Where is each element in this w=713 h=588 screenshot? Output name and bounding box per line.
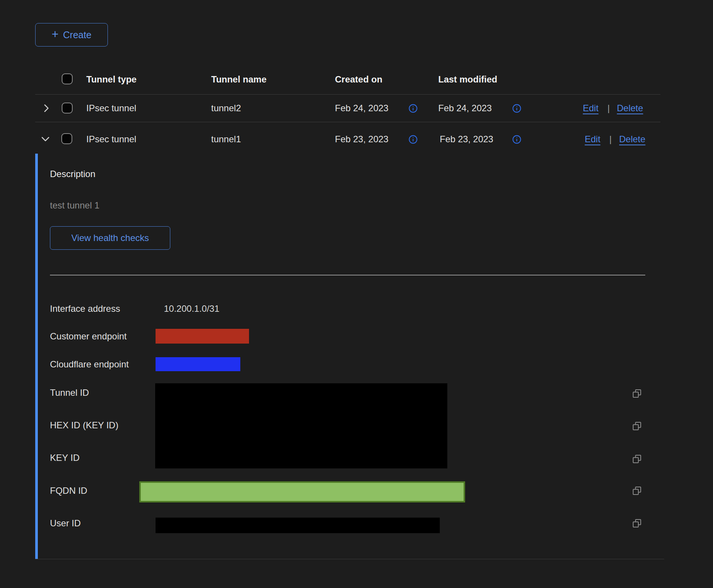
expanded-row-accent-bar [35, 154, 38, 559]
field-label: Cloudflare endpoint [50, 359, 129, 370]
description-label: Description [50, 169, 95, 179]
row-divider [35, 122, 660, 122]
tunnel-name-cell: tunnel2 [211, 103, 241, 114]
created-on-cell: Feb 23, 2023 [335, 134, 388, 145]
chevron-down-icon [40, 133, 51, 145]
table-row-collapse-toggle[interactable] [40, 133, 51, 146]
copy-key-id-button[interactable] [631, 453, 643, 466]
tunnels-page: + Create Tunnel type Tunnel name Created… [0, 0, 713, 588]
fqdn-id-redacted-value [139, 481, 465, 502]
copy-icon [631, 518, 643, 529]
column-header-tunnel-name: Tunnel name [211, 74, 266, 85]
info-icon [512, 103, 522, 114]
copy-hex-id-button[interactable] [631, 420, 643, 433]
tunnel-type-cell: IPsec tunnel [86, 103, 136, 114]
field-label: FQDN ID [50, 485, 87, 496]
column-header-tunnel-type: Tunnel type [86, 74, 137, 85]
create-button-label: Create [63, 30, 92, 40]
column-header-created-on: Created on [335, 74, 382, 85]
header-divider [35, 94, 660, 95]
copy-icon [631, 388, 643, 399]
created-on-cell: Feb 24, 2023 [335, 103, 388, 114]
edit-link[interactable]: Edit [585, 134, 600, 145]
field-label: Interface address [50, 303, 120, 314]
chevron-right-icon [40, 103, 52, 114]
table-row-expand-toggle[interactable] [40, 103, 52, 115]
copy-user-id-button[interactable] [631, 518, 643, 530]
copy-icon [631, 485, 643, 496]
field-label: User ID [50, 518, 81, 529]
description-value: test tunnel 1 [50, 200, 100, 211]
last-modified-info[interactable] [512, 134, 522, 146]
copy-fqdn-id-button[interactable] [631, 485, 643, 498]
action-separator: | [607, 103, 610, 114]
delete-link[interactable]: Delete [617, 103, 643, 114]
ids-redacted-value [155, 383, 447, 468]
info-icon [512, 134, 522, 145]
created-on-info[interactable] [408, 134, 418, 146]
last-modified-cell: Feb 24, 2023 [438, 103, 492, 114]
cloudflare-endpoint-redacted-value [156, 357, 240, 371]
create-button[interactable]: + Create [35, 23, 108, 47]
action-separator: | [609, 134, 612, 145]
view-health-checks-button[interactable]: View health checks [50, 226, 170, 250]
edit-link[interactable]: Edit [583, 103, 598, 114]
select-all-checkbox[interactable] [62, 73, 73, 84]
column-header-last-modified: Last modified [438, 74, 497, 85]
tunnel-type-cell: IPsec tunnel [86, 134, 136, 145]
field-label: Tunnel ID [50, 387, 89, 398]
plus-icon: + [51, 29, 58, 40]
user-id-redacted-value [156, 518, 440, 533]
info-icon [408, 103, 418, 114]
copy-icon [631, 420, 643, 432]
last-modified-info[interactable] [512, 103, 522, 115]
created-on-info[interactable] [408, 103, 418, 115]
row-checkbox[interactable] [62, 103, 73, 114]
interface-address-value: 10.200.1.0/31 [164, 303, 220, 314]
copy-tunnel-id-button[interactable] [631, 388, 643, 401]
field-label: HEX ID (KEY ID) [50, 420, 118, 431]
delete-link[interactable]: Delete [619, 134, 645, 145]
info-icon [408, 134, 418, 145]
row-divider [35, 559, 664, 559]
row-checkbox[interactable] [61, 133, 72, 144]
field-label: Customer endpoint [50, 331, 127, 342]
field-label: KEY ID [50, 453, 79, 463]
panel-divider [50, 275, 645, 275]
tunnel-name-cell: tunnel1 [211, 134, 241, 145]
customer-endpoint-redacted-value [156, 329, 249, 344]
last-modified-cell: Feb 23, 2023 [440, 134, 493, 145]
copy-icon [631, 453, 643, 465]
